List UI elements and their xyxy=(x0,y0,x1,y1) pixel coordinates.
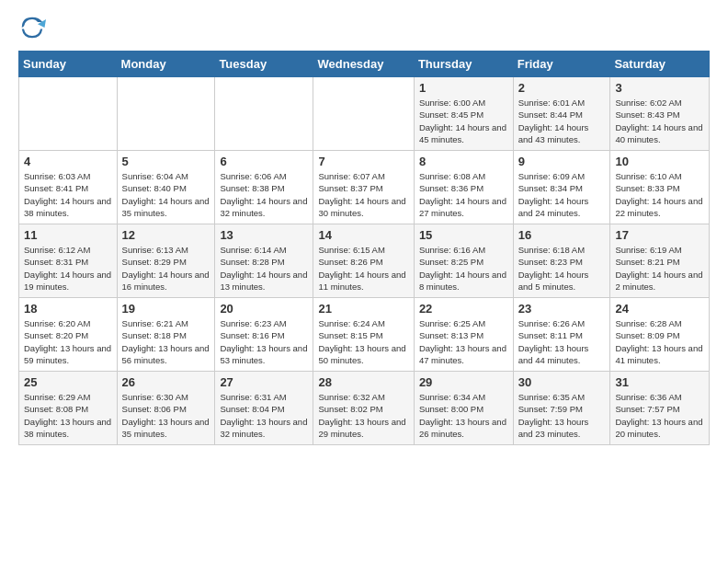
day-cell: 17Sunrise: 6:19 AM Sunset: 8:21 PM Dayli… xyxy=(610,224,710,298)
day-cell xyxy=(313,77,414,151)
column-header-friday: Friday xyxy=(513,52,610,77)
day-number: 10 xyxy=(615,155,704,168)
day-number: 27 xyxy=(220,375,308,389)
week-row-2: 4Sunrise: 6:03 AM Sunset: 8:41 PM Daylig… xyxy=(19,151,710,224)
day-cell: 23Sunrise: 6:26 AM Sunset: 8:11 PM Dayli… xyxy=(513,298,610,372)
day-number: 22 xyxy=(419,302,508,316)
day-info: Sunrise: 6:07 AM Sunset: 8:37 PM Dayligh… xyxy=(318,170,408,219)
day-info: Sunrise: 6:02 AM Sunset: 8:43 PM Dayligh… xyxy=(615,97,704,145)
day-number: 19 xyxy=(122,302,210,316)
day-info: Sunrise: 6:20 AM Sunset: 8:20 PM Dayligh… xyxy=(24,317,112,366)
day-info: Sunrise: 6:09 AM Sunset: 8:34 PM Dayligh… xyxy=(518,170,606,219)
day-info: Sunrise: 6:06 AM Sunset: 8:38 PM Dayligh… xyxy=(220,170,308,219)
day-number: 9 xyxy=(518,155,606,168)
day-info: Sunrise: 6:19 AM Sunset: 8:21 PM Dayligh… xyxy=(615,244,704,293)
day-number: 21 xyxy=(318,302,408,316)
calendar-header: SundayMondayTuesdayWednesdayThursdayFrid… xyxy=(19,52,710,77)
day-number: 23 xyxy=(518,302,606,316)
day-number: 24 xyxy=(615,302,704,316)
header-row: SundayMondayTuesdayWednesdayThursdayFrid… xyxy=(19,52,710,77)
day-cell: 9Sunrise: 6:09 AM Sunset: 8:34 PM Daylig… xyxy=(513,151,610,224)
day-cell: 4Sunrise: 6:03 AM Sunset: 8:41 PM Daylig… xyxy=(19,151,118,224)
day-info: Sunrise: 6:15 AM Sunset: 8:26 PM Dayligh… xyxy=(318,244,408,293)
day-cell: 19Sunrise: 6:21 AM Sunset: 8:18 PM Dayli… xyxy=(117,298,215,372)
day-cell: 20Sunrise: 6:23 AM Sunset: 8:16 PM Dayli… xyxy=(215,298,313,372)
day-number: 30 xyxy=(518,375,606,389)
day-cell: 22Sunrise: 6:25 AM Sunset: 8:13 PM Dayli… xyxy=(414,298,513,372)
week-row-4: 18Sunrise: 6:20 AM Sunset: 8:20 PM Dayli… xyxy=(19,298,710,372)
column-header-sunday: Sunday xyxy=(19,52,118,77)
day-cell: 24Sunrise: 6:28 AM Sunset: 8:09 PM Dayli… xyxy=(610,298,710,372)
day-info: Sunrise: 6:08 AM Sunset: 8:36 PM Dayligh… xyxy=(419,170,508,219)
day-cell: 29Sunrise: 6:34 AM Sunset: 8:00 PM Dayli… xyxy=(414,372,513,445)
day-number: 28 xyxy=(318,375,408,389)
day-cell: 11Sunrise: 6:12 AM Sunset: 8:31 PM Dayli… xyxy=(19,224,118,298)
day-cell: 1Sunrise: 6:00 AM Sunset: 8:45 PM Daylig… xyxy=(414,77,513,151)
day-number: 25 xyxy=(24,375,112,389)
day-info: Sunrise: 6:10 AM Sunset: 8:33 PM Dayligh… xyxy=(615,170,704,219)
day-info: Sunrise: 6:01 AM Sunset: 8:44 PM Dayligh… xyxy=(518,97,606,145)
day-info: Sunrise: 6:34 AM Sunset: 8:00 PM Dayligh… xyxy=(419,391,508,440)
day-info: Sunrise: 6:00 AM Sunset: 8:45 PM Dayligh… xyxy=(419,97,508,145)
day-info: Sunrise: 6:31 AM Sunset: 8:04 PM Dayligh… xyxy=(220,391,308,440)
day-info: Sunrise: 6:36 AM Sunset: 7:57 PM Dayligh… xyxy=(615,391,704,440)
day-info: Sunrise: 6:30 AM Sunset: 8:06 PM Dayligh… xyxy=(122,391,210,440)
day-info: Sunrise: 6:04 AM Sunset: 8:40 PM Dayligh… xyxy=(122,170,210,219)
logo xyxy=(18,14,50,41)
column-header-saturday: Saturday xyxy=(610,52,710,77)
week-row-3: 11Sunrise: 6:12 AM Sunset: 8:31 PM Dayli… xyxy=(19,224,710,298)
day-cell: 3Sunrise: 6:02 AM Sunset: 8:43 PM Daylig… xyxy=(610,77,710,151)
day-cell: 12Sunrise: 6:13 AM Sunset: 8:29 PM Dayli… xyxy=(117,224,215,298)
day-number: 4 xyxy=(24,155,112,168)
day-number: 7 xyxy=(318,155,408,168)
logo-icon xyxy=(18,14,46,41)
day-info: Sunrise: 6:16 AM Sunset: 8:25 PM Dayligh… xyxy=(419,244,508,293)
day-number: 14 xyxy=(318,228,408,242)
day-cell: 26Sunrise: 6:30 AM Sunset: 8:06 PM Dayli… xyxy=(117,372,215,445)
header xyxy=(18,14,710,41)
day-cell: 27Sunrise: 6:31 AM Sunset: 8:04 PM Dayli… xyxy=(215,372,313,445)
page: SundayMondayTuesdayWednesdayThursdayFrid… xyxy=(0,0,728,563)
day-cell: 2Sunrise: 6:01 AM Sunset: 8:44 PM Daylig… xyxy=(513,77,610,151)
day-info: Sunrise: 6:28 AM Sunset: 8:09 PM Dayligh… xyxy=(615,317,704,366)
day-cell: 15Sunrise: 6:16 AM Sunset: 8:25 PM Dayli… xyxy=(414,224,513,298)
day-info: Sunrise: 6:18 AM Sunset: 8:23 PM Dayligh… xyxy=(518,244,606,293)
day-cell: 31Sunrise: 6:36 AM Sunset: 7:57 PM Dayli… xyxy=(610,372,710,445)
day-info: Sunrise: 6:29 AM Sunset: 8:08 PM Dayligh… xyxy=(24,391,112,440)
day-info: Sunrise: 6:03 AM Sunset: 8:41 PM Dayligh… xyxy=(24,170,112,219)
column-header-tuesday: Tuesday xyxy=(215,52,313,77)
day-cell: 13Sunrise: 6:14 AM Sunset: 8:28 PM Dayli… xyxy=(215,224,313,298)
day-info: Sunrise: 6:14 AM Sunset: 8:28 PM Dayligh… xyxy=(220,244,308,293)
day-info: Sunrise: 6:13 AM Sunset: 8:29 PM Dayligh… xyxy=(122,244,210,293)
day-number: 11 xyxy=(24,228,112,242)
day-cell: 16Sunrise: 6:18 AM Sunset: 8:23 PM Dayli… xyxy=(513,224,610,298)
day-number: 1 xyxy=(419,81,508,95)
day-info: Sunrise: 6:24 AM Sunset: 8:15 PM Dayligh… xyxy=(318,317,408,366)
calendar-body: 1Sunrise: 6:00 AM Sunset: 8:45 PM Daylig… xyxy=(19,77,710,445)
day-number: 18 xyxy=(24,302,112,316)
day-info: Sunrise: 6:21 AM Sunset: 8:18 PM Dayligh… xyxy=(122,317,210,366)
day-number: 31 xyxy=(615,375,704,389)
day-cell: 28Sunrise: 6:32 AM Sunset: 8:02 PM Dayli… xyxy=(313,372,414,445)
week-row-1: 1Sunrise: 6:00 AM Sunset: 8:45 PM Daylig… xyxy=(19,77,710,151)
day-info: Sunrise: 6:35 AM Sunset: 7:59 PM Dayligh… xyxy=(518,391,606,440)
day-cell xyxy=(117,77,215,151)
day-cell: 7Sunrise: 6:07 AM Sunset: 8:37 PM Daylig… xyxy=(313,151,414,224)
day-number: 15 xyxy=(419,228,508,242)
day-cell: 30Sunrise: 6:35 AM Sunset: 7:59 PM Dayli… xyxy=(513,372,610,445)
day-cell: 10Sunrise: 6:10 AM Sunset: 8:33 PM Dayli… xyxy=(610,151,710,224)
column-header-thursday: Thursday xyxy=(414,52,513,77)
day-cell: 21Sunrise: 6:24 AM Sunset: 8:15 PM Dayli… xyxy=(313,298,414,372)
day-cell: 6Sunrise: 6:06 AM Sunset: 8:38 PM Daylig… xyxy=(215,151,313,224)
day-info: Sunrise: 6:32 AM Sunset: 8:02 PM Dayligh… xyxy=(318,391,408,440)
column-header-wednesday: Wednesday xyxy=(313,52,414,77)
column-header-monday: Monday xyxy=(117,52,215,77)
day-cell: 5Sunrise: 6:04 AM Sunset: 8:40 PM Daylig… xyxy=(117,151,215,224)
day-number: 29 xyxy=(419,375,508,389)
day-cell: 25Sunrise: 6:29 AM Sunset: 8:08 PM Dayli… xyxy=(19,372,118,445)
day-number: 5 xyxy=(122,155,210,168)
day-info: Sunrise: 6:25 AM Sunset: 8:13 PM Dayligh… xyxy=(419,317,508,366)
day-number: 17 xyxy=(615,228,704,242)
day-number: 3 xyxy=(615,81,704,95)
day-cell xyxy=(215,77,313,151)
